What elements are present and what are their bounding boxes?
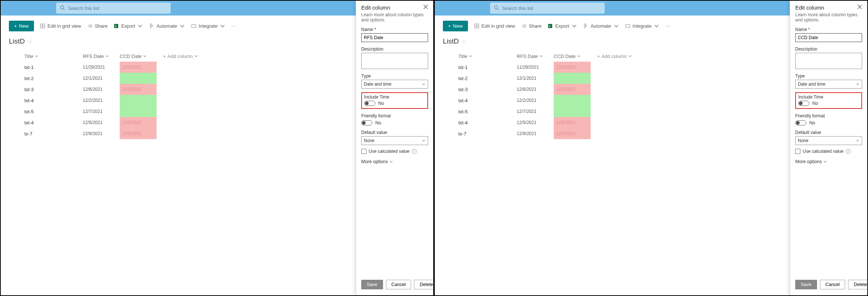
default-value-select[interactable]: None [795, 136, 862, 145]
table-row[interactable]: txt-5 12/7/2021 [9, 106, 212, 117]
friendly-format-label: Friendly format [361, 113, 428, 118]
cell-ccd-date [554, 106, 591, 117]
close-icon[interactable] [423, 4, 428, 10]
table-row[interactable]: txt-2 12/1/2021 [443, 73, 646, 84]
share-button[interactable]: Share [521, 23, 542, 29]
cell-ccd-date [120, 106, 157, 117]
new-label: New [19, 23, 29, 29]
share-icon [521, 23, 527, 29]
cell-title: txt-3 [9, 87, 83, 92]
more-button[interactable]: ⋯ [665, 23, 670, 29]
table-row[interactable]: txt-1 11/29/2021 12/2/2021 [443, 62, 646, 73]
type-select[interactable]: Date and time [361, 80, 428, 89]
cell-rfs-date: 12/5/2021 [517, 120, 554, 125]
add-column-button[interactable]: + Add column [591, 54, 635, 59]
description-input[interactable] [361, 53, 428, 69]
cell-ccd-date [554, 73, 591, 84]
friendly-format-toggle[interactable] [361, 120, 372, 125]
cell-rfs-date: 12/1/2021 [517, 76, 554, 81]
col-header-ccd[interactable]: CCD Date [554, 54, 591, 59]
name-input[interactable] [795, 33, 862, 42]
col-header-title[interactable]: Title [9, 54, 83, 59]
cell-title: tx-7 [9, 131, 83, 137]
export-button[interactable]: x Export [113, 23, 143, 29]
cancel-button[interactable]: Cancel [386, 280, 411, 289]
table-row[interactable]: txt-4 12/2/2021 [9, 95, 212, 106]
cell-ccd-date: 12/6/2021 [120, 128, 157, 139]
edit-grid-button[interactable]: Edit in grid view [40, 23, 81, 29]
save-button[interactable]: Save [795, 280, 817, 289]
cell-title: txt-5 [9, 109, 83, 114]
calculated-value-checkbox[interactable] [795, 149, 800, 154]
info-icon[interactable]: i [846, 149, 851, 154]
name-input[interactable] [361, 33, 428, 42]
col-header-rfs[interactable]: RFS Date [517, 54, 554, 59]
more-button[interactable]: ⋯ [231, 23, 236, 29]
integrate-icon [625, 23, 631, 29]
type-select[interactable]: Date and time [795, 80, 862, 89]
friendly-format-label: Friendly format [795, 113, 862, 118]
col-header-ccd[interactable]: CCD Date [120, 54, 157, 59]
table-row[interactable]: tx-7 12/9/2021 12/6/2021 [9, 128, 212, 139]
table-row[interactable]: txt-4 12/5/2021 12/6/2021 [443, 117, 646, 128]
table-row[interactable]: txt-3 12/6/2021 12/2/2021 [9, 84, 212, 95]
include-time-highlight: Include Time No [795, 92, 862, 109]
table-row[interactable]: txt-4 12/2/2021 [443, 95, 646, 106]
friendly-format-toggle[interactable] [795, 120, 806, 125]
integrate-button[interactable]: Integrate [625, 23, 659, 29]
col-header-title[interactable]: Title [443, 54, 517, 59]
more-options-toggle[interactable]: More options [795, 159, 862, 164]
include-time-toggle[interactable] [798, 101, 809, 106]
description-input[interactable] [795, 53, 862, 69]
export-button[interactable]: x Export [547, 23, 577, 29]
svg-line-1 [64, 8, 65, 10]
type-label: Type [361, 73, 428, 79]
plus-icon: + [14, 23, 17, 29]
plus-icon: + [597, 54, 600, 59]
description-label: Description [361, 47, 428, 52]
close-icon[interactable] [857, 4, 862, 10]
save-button[interactable]: Save [361, 280, 383, 289]
table-row[interactable]: txt-5 12/7/2021 [443, 106, 646, 117]
cell-title: txt-1 [9, 65, 83, 70]
search-input[interactable]: Search this list [490, 3, 605, 14]
default-value-select[interactable]: None [361, 136, 428, 145]
more-options-toggle[interactable]: More options [361, 159, 428, 164]
cell-title: txt-5 [443, 109, 517, 114]
table-row[interactable]: txt-3 12/6/2021 12/2/2021 [443, 84, 646, 95]
col-header-rfs[interactable]: RFS Date [83, 54, 120, 59]
default-value-label: Default value [361, 130, 428, 135]
cell-title: txt-2 [443, 76, 517, 81]
add-column-button[interactable]: + Add column [157, 54, 201, 59]
table-row[interactable]: tx-7 12/9/2021 12/6/2021 [443, 128, 646, 139]
cancel-button[interactable]: Cancel [820, 280, 845, 289]
delete-button[interactable]: Delete [848, 280, 868, 289]
cell-rfs-date: 12/7/2021 [517, 109, 554, 114]
automate-button[interactable]: Automate [583, 23, 619, 29]
cell-rfs-date: 12/5/2021 [83, 120, 120, 125]
calculated-value-checkbox[interactable] [361, 149, 366, 154]
share-button[interactable]: Share [87, 23, 108, 29]
table-row[interactable]: txt-4 12/5/2021 12/6/2021 [9, 117, 212, 128]
table-row[interactable]: txt-1 11/29/2021 12/2/2021 [9, 62, 212, 73]
new-button[interactable]: + New [9, 21, 34, 31]
delete-button[interactable]: Delete [414, 280, 434, 289]
include-time-value: No [812, 101, 818, 106]
cell-rfs-date: 12/6/2021 [517, 87, 554, 92]
info-icon[interactable]: i [412, 149, 417, 154]
table-row[interactable]: txt-2 12/1/2021 [9, 73, 212, 84]
default-value-label: Default value [795, 130, 862, 135]
cell-rfs-date: 12/9/2021 [83, 131, 120, 136]
edit-grid-button[interactable]: Edit in grid view [474, 23, 515, 29]
list-table: Title RFS Date CCD Date + Add column txt… [9, 51, 212, 139]
grid-icon [474, 23, 479, 29]
include-time-toggle[interactable] [364, 101, 375, 106]
integrate-button[interactable]: Integrate [191, 23, 225, 29]
panel-subtitle: Learn more about column types and option… [361, 12, 428, 23]
type-label: Type [795, 73, 862, 79]
new-button[interactable]: + New [443, 21, 468, 31]
favorite-icon[interactable]: ☆ [28, 38, 33, 44]
automate-button[interactable]: Automate [149, 23, 185, 29]
search-input[interactable]: Search this list [56, 3, 171, 14]
favorite-icon[interactable]: ☆ [462, 38, 467, 44]
